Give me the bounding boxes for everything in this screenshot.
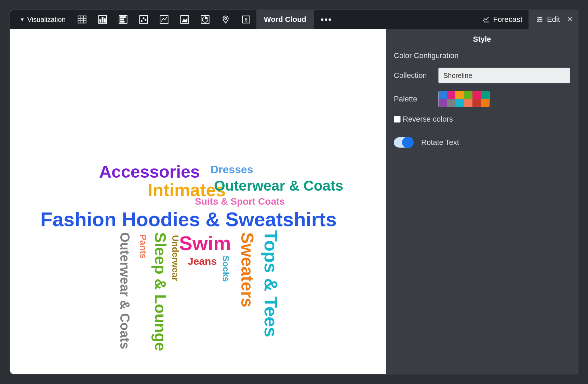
- app-frame: ▼ Visualization: [10, 10, 578, 374]
- style-panel-header: Style: [386, 29, 578, 51]
- forecast-button[interactable]: Forecast: [476, 10, 529, 29]
- close-icon[interactable]: ✕: [567, 15, 573, 24]
- svg-marker-19: [182, 17, 187, 22]
- more-visualizations-button[interactable]: •••: [314, 10, 339, 29]
- column-chart-icon[interactable]: [92, 10, 113, 29]
- word-cloud-tab-label: Word Cloud: [264, 15, 306, 24]
- caret-down-icon: ▼: [20, 17, 25, 22]
- svg-point-25: [484, 22, 485, 22]
- table-chart-icon[interactable]: [72, 10, 92, 29]
- word-cloud-canvas: Accessories Dresses Intimates Outerwear …: [10, 29, 386, 374]
- area-chart-icon[interactable]: [174, 10, 195, 29]
- palette-selector[interactable]: [438, 91, 490, 107]
- visualization-dropdown-button[interactable]: ▼ Visualization: [10, 10, 72, 29]
- word-pants: Pants: [138, 234, 148, 259]
- svg-rect-12: [120, 21, 124, 23]
- collection-label: Collection: [394, 71, 438, 80]
- svg-point-29: [538, 17, 539, 18]
- word-outerwear-coats: Outerwear & Coats: [117, 232, 132, 349]
- palette-label: Palette: [394, 95, 438, 104]
- edit-label: Edit: [547, 15, 560, 24]
- chart-type-icons: 6: [72, 10, 256, 29]
- svg-point-16: [145, 19, 146, 20]
- scatter-chart-icon[interactable]: [133, 10, 154, 29]
- word-intimates: Outerwear & Coats: [214, 178, 343, 194]
- sliders-icon: [536, 16, 544, 23]
- svg-point-15: [143, 18, 144, 19]
- visualization-toolbar: ▼ Visualization: [10, 10, 578, 29]
- svg-rect-0: [78, 16, 86, 23]
- word-sweaters: Sweaters: [237, 232, 257, 307]
- svg-rect-8: [104, 19, 105, 22]
- collection-input[interactable]: [438, 68, 570, 83]
- svg-rect-10: [120, 17, 125, 18]
- word-sleep-lounge: Sleep & Lounge: [151, 232, 170, 351]
- word-fashion-hoodies: Fashion Hoodies & Sweatshirts: [40, 208, 337, 231]
- reverse-colors-label: Reverse colors: [403, 115, 453, 124]
- svg-point-33: [538, 21, 539, 22]
- pie-chart-icon[interactable]: [195, 10, 215, 29]
- svg-rect-7: [102, 17, 103, 22]
- word-underwear: Underwear: [170, 235, 181, 281]
- svg-point-27: [488, 22, 489, 22]
- svg-rect-11: [120, 19, 123, 20]
- word-cloud-tab[interactable]: Word Cloud: [256, 10, 314, 29]
- map-chart-icon[interactable]: [215, 10, 236, 29]
- style-panel: Style Color Configuration Collection Pal…: [386, 29, 578, 374]
- edit-panel-button[interactable]: Edit ✕: [529, 10, 578, 29]
- rotate-text-label: Rotate Text: [421, 138, 459, 147]
- svg-point-31: [540, 19, 542, 20]
- rotate-text-toggle[interactable]: [394, 137, 413, 148]
- forecast-icon: [482, 16, 490, 23]
- svg-point-26: [486, 22, 486, 22]
- svg-point-22: [225, 17, 226, 19]
- reverse-colors-checkbox[interactable]: [394, 116, 401, 123]
- single-value-chart-icon[interactable]: 6: [236, 10, 256, 29]
- svg-rect-6: [100, 19, 101, 22]
- forecast-label: Forecast: [493, 15, 522, 24]
- visualization-label: Visualization: [27, 16, 66, 24]
- word-jeans: Jeans: [188, 256, 217, 267]
- line-chart-icon[interactable]: [154, 10, 174, 29]
- svg-text:6: 6: [245, 17, 248, 23]
- word-socks: Socks: [220, 256, 231, 282]
- word-accessories: Accessories: [99, 162, 200, 182]
- word-dresses: Dresses: [211, 163, 253, 176]
- word-suits-sport-coats: Suits & Sport Coats: [195, 196, 285, 207]
- main-area: Accessories Dresses Intimates Outerwear …: [10, 29, 578, 374]
- svg-point-14: [141, 20, 142, 22]
- bar-chart-icon[interactable]: [113, 10, 133, 29]
- word-tops-tees: Tops & Tees: [260, 230, 282, 337]
- color-configuration-label: Color Configuration: [394, 51, 570, 60]
- word-swim: Swim: [179, 232, 231, 255]
